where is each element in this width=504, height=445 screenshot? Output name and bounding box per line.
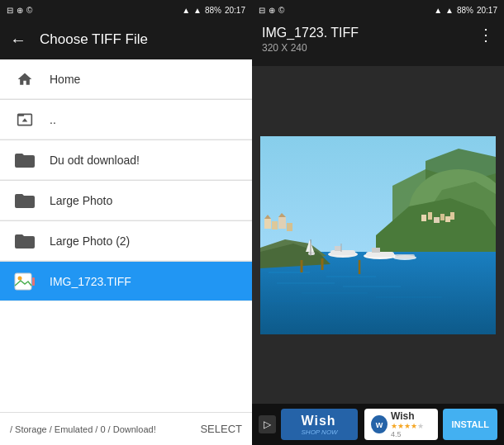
folder-icon-large2 (13, 231, 36, 251)
list-item-img-tiff[interactable]: IMG_1723.TIFF (0, 262, 252, 301)
folder-large-label: Large Photo (50, 194, 112, 207)
notification-icon: ⊟ (7, 6, 13, 15)
svg-rect-16 (450, 212, 454, 220)
folder-du-label: Du odt download! (50, 154, 140, 167)
back-button[interactable]: ← (10, 31, 26, 50)
file-info: IMG_1723. TIFF 320 X 240 (262, 25, 359, 54)
svg-rect-28 (272, 221, 278, 230)
right-wifi-icon: ▲ (445, 6, 454, 15)
preview-filename: IMG_1723. TIFF (262, 25, 359, 40)
right-status-bar: ⊟ ⊕ © ▲ ▲ 88% 20:17 (252, 0, 504, 20)
svg-rect-4 (32, 277, 35, 286)
battery-text: 88% (205, 6, 221, 15)
wish-sub-label: SHOP NOW (302, 428, 338, 436)
wish-ad-block[interactable]: Wish SHOP NOW (281, 409, 358, 440)
svg-rect-27 (264, 219, 271, 229)
left-status-bar: ⊟ ⊕ © ▲ ▲ 88% 20:17 (0, 0, 252, 20)
list-item-large-photo[interactable]: Large Photo (0, 181, 252, 220)
wish2-stars: ★★★★★ 4.5 (391, 422, 431, 438)
file-list: Home .. Du odt download! (0, 59, 252, 412)
right-battery-text: 88% (457, 6, 473, 15)
svg-rect-44 (395, 254, 415, 258)
image-preview (252, 66, 504, 404)
right-time-text: 20:17 (477, 6, 497, 15)
install-button[interactable]: INSTALL (443, 409, 497, 440)
tiff-file-label: IMG_1723.TIFF (50, 275, 131, 288)
right-signal-icon: ▲ (434, 6, 442, 15)
tiff-preview-image (252, 66, 504, 404)
svg-rect-15 (445, 216, 450, 222)
ad-arrow-icon: ▷ (259, 415, 276, 433)
list-item-large-photo2[interactable]: Large Photo (2) (0, 221, 252, 261)
home-icon (13, 69, 36, 89)
ad-bar: ▷ Wish SHOP NOW w Wish ★★★★★ 4.5 INSTALL (252, 404, 504, 445)
list-item-du-odt[interactable]: Du odt download! (0, 140, 252, 180)
right-status-right: ▲ ▲ 88% 20:17 (434, 6, 497, 15)
left-panel: ⊟ ⊕ © ▲ ▲ 88% 20:17 ← Choose TIFF File H… (0, 0, 252, 445)
svg-rect-14 (440, 214, 445, 220)
svg-rect-42 (372, 248, 380, 253)
more-options-button[interactable]: ⋮ (478, 25, 494, 45)
page-title: Choose TIFF File (40, 31, 148, 48)
right-panel: ⊟ ⊕ © ▲ ▲ 88% 20:17 IMG_1723. TIFF 320 X… (252, 0, 504, 445)
svg-rect-38 (335, 246, 341, 251)
download-icon: ⊕ (17, 6, 23, 15)
right-status-left: ⊟ ⊕ © (259, 6, 284, 15)
select-button[interactable]: SELECT (200, 423, 242, 435)
wifi-icon: ▲ (193, 6, 202, 15)
folder-large2-label: Large Photo (2) (50, 234, 130, 248)
folder-icon-large (13, 191, 36, 211)
wish-logo: w (371, 415, 388, 433)
svg-rect-29 (278, 217, 286, 229)
right-notification-icon: ⊟ (259, 6, 265, 15)
list-item-home[interactable]: Home (0, 59, 252, 99)
svg-rect-13 (434, 217, 440, 223)
home-label: Home (50, 73, 80, 86)
folder-icon-du (13, 150, 36, 170)
svg-point-3 (18, 276, 22, 280)
wish2-name: Wish (391, 410, 431, 422)
signal-icon: ▲ (182, 6, 190, 15)
status-right-info: ▲ ▲ 88% 20:17 (182, 6, 245, 15)
status-left-icons: ⊟ ⊕ © (7, 6, 32, 15)
right-top-bar: IMG_1723. TIFF 320 X 240 ⋮ (252, 20, 504, 66)
path-text: / Storage / Emulated / 0 / Download! (10, 424, 156, 434)
svg-rect-12 (428, 212, 432, 220)
wish-label: Wish (302, 414, 336, 428)
wish2-label-group: Wish ★★★★★ 4.5 (391, 410, 431, 438)
svg-rect-30 (287, 223, 292, 231)
copyright-icon: © (26, 6, 32, 15)
up-label: .. (50, 113, 56, 126)
up-icon (13, 110, 36, 130)
right-copyright-icon: © (278, 6, 284, 15)
bottom-bar: / Storage / Emulated / 0 / Download! SEL… (0, 412, 252, 445)
preview-dimensions: 320 X 240 (262, 42, 359, 54)
top-bar: ← Choose TIFF File (0, 20, 252, 59)
wish2-ad-block[interactable]: w Wish ★★★★★ 4.5 (364, 409, 438, 440)
svg-rect-34 (308, 252, 315, 255)
svg-rect-2 (15, 273, 31, 290)
time-text: 20:17 (225, 6, 245, 15)
svg-rect-37 (330, 250, 355, 255)
wish-logo-letter: w (376, 419, 383, 429)
list-item-up[interactable]: .. (0, 100, 252, 140)
image-file-icon (13, 272, 36, 291)
svg-rect-11 (421, 215, 426, 221)
right-download-icon: ⊕ (269, 6, 275, 15)
